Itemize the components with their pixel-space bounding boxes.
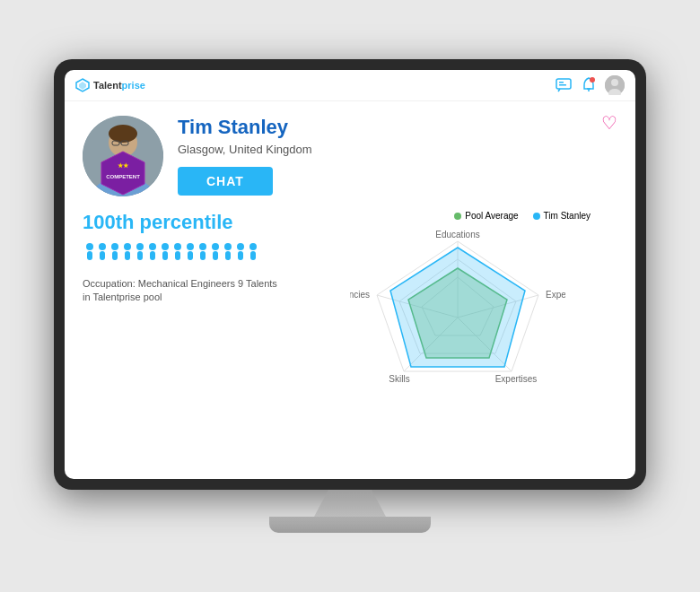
svg-point-7: [590, 77, 595, 83]
profile-location: Glasgow, United Kingdom: [178, 143, 617, 156]
svg-marker-57: [390, 248, 525, 367]
top-icons: [555, 75, 625, 95]
svg-point-13: [109, 125, 137, 143]
legend-tim-stanley: Tim Stanley: [533, 211, 591, 221]
svg-rect-37: [188, 251, 193, 260]
logo: Talentprise: [75, 78, 145, 92]
svg-point-30: [149, 243, 156, 250]
monitor-wrapper: Talentprise: [54, 59, 646, 533]
svg-rect-25: [112, 251, 118, 260]
svg-text:COMPETENT: COMPETENT: [106, 174, 140, 179]
occupation-text: Occupation: Mechanical Engineers 9 Talen…: [83, 277, 280, 305]
profile-section: ★★ COMPETENT Tim Stanley Glasgow, United…: [83, 116, 617, 196]
svg-point-24: [111, 243, 118, 250]
svg-rect-23: [100, 251, 105, 260]
svg-point-42: [224, 243, 232, 250]
radar-chart: Educations Experiences Expertises Skills…: [350, 228, 565, 407]
svg-text:Competencies: Competencies: [350, 290, 370, 300]
svg-point-40: [212, 243, 219, 250]
svg-rect-43: [225, 251, 231, 260]
svg-rect-39: [200, 251, 206, 260]
pool-average-dot: [454, 213, 461, 220]
radar-chart-container: Educations Experiences Expertises Skills…: [350, 228, 565, 407]
svg-point-34: [174, 243, 181, 250]
svg-point-20: [86, 243, 93, 250]
svg-rect-47: [250, 251, 256, 260]
svg-marker-1: [79, 82, 86, 90]
monitor-base: [269, 517, 431, 533]
svg-rect-33: [162, 251, 168, 260]
svg-rect-35: [175, 251, 180, 260]
left-panel: 100th percentile: [83, 211, 280, 465]
tim-stanley-dot: [533, 213, 540, 220]
avatar-container: ★★ COMPETENT: [83, 116, 163, 196]
svg-text:★★: ★★: [118, 162, 129, 169]
percentile-label: 100th percentile: [83, 211, 280, 234]
logo-icon: [75, 78, 90, 92]
svg-text:Educations: Educations: [435, 230, 479, 239]
svg-text:Expertises: Expertises: [495, 374, 538, 384]
chart-legend: Pool Average Tim Stanley: [454, 211, 591, 221]
svg-rect-41: [213, 251, 218, 260]
monitor-screen: Talentprise: [65, 70, 635, 479]
svg-rect-4: [559, 84, 566, 86]
svg-point-36: [187, 243, 194, 250]
svg-point-38: [199, 243, 206, 250]
svg-text:Skills: Skills: [389, 374, 409, 384]
svg-point-26: [124, 243, 131, 250]
svg-rect-29: [137, 251, 143, 260]
svg-point-32: [162, 243, 169, 250]
svg-point-28: [136, 243, 144, 250]
svg-point-9: [611, 79, 618, 86]
chat-button[interactable]: CHAT: [178, 167, 273, 196]
profile-name: Tim Stanley: [178, 116, 617, 139]
svg-rect-21: [87, 251, 92, 260]
people-icons: [83, 241, 262, 268]
user-avatar-small[interactable]: [605, 75, 625, 95]
svg-rect-3: [559, 82, 564, 83]
svg-point-44: [237, 243, 244, 250]
monitor-neck: [314, 490, 386, 517]
chat-icon[interactable]: [555, 76, 573, 94]
legend-pool-average: Pool Average: [454, 211, 518, 221]
right-panel: Pool Average Tim Stanley: [298, 211, 617, 465]
svg-marker-17: [101, 152, 144, 195]
top-bar: Talentprise: [65, 70, 635, 101]
svg-rect-27: [125, 251, 130, 260]
notification-icon[interactable]: [580, 76, 598, 94]
competency-badge: ★★ COMPETENT: [98, 150, 148, 200]
svg-point-46: [249, 243, 257, 250]
main-content: 100th percentile: [83, 211, 617, 465]
logo-text: Talentprise: [93, 80, 145, 91]
monitor-frame: Talentprise: [54, 59, 646, 490]
svg-rect-45: [238, 251, 243, 260]
svg-rect-2: [556, 79, 571, 89]
svg-text:Experiences: Experiences: [546, 290, 565, 300]
people-visualization: [83, 241, 262, 268]
favorite-button[interactable]: ♡: [601, 112, 617, 134]
svg-rect-31: [150, 251, 155, 260]
content-area: ♡: [65, 101, 635, 479]
svg-point-22: [99, 243, 106, 250]
profile-info: Tim Stanley Glasgow, United Kingdom CHAT: [178, 116, 617, 196]
